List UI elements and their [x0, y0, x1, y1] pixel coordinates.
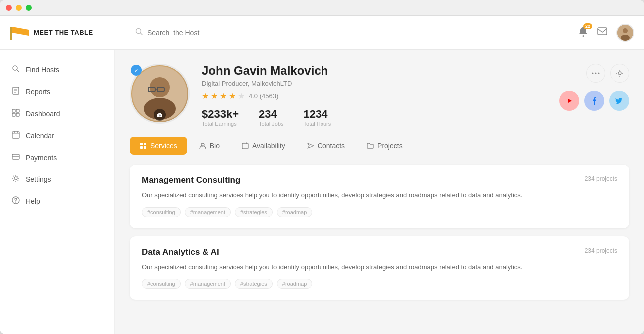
notification-badge: 22 [583, 23, 592, 29]
youtube-button[interactable] [559, 91, 579, 111]
svg-point-40 [618, 72, 621, 75]
svg-rect-0 [10, 27, 12, 40]
sidebar-label-settings: Settings [26, 175, 51, 183]
tab-services[interactable]: Services [130, 137, 187, 155]
svg-point-35 [159, 115, 161, 117]
action-buttons-row [586, 64, 629, 83]
tab-projects[interactable]: Projects [357, 137, 413, 155]
sidebar-item-payments[interactable]: Payments [0, 148, 114, 167]
title-bar [0, 0, 644, 16]
svg-rect-23 [12, 154, 19, 159]
sidebar-item-calendar[interactable]: Calendar [0, 126, 114, 146]
logo-icon [10, 26, 29, 40]
service-desc-1: Our specialized consulting services help… [142, 190, 617, 200]
profile-info: John Gavin Malkovich Digital Producer, M… [202, 64, 547, 127]
stat-jobs-value: 234 [259, 108, 284, 121]
service-projects-1: 234 projects [585, 175, 617, 182]
messages-button[interactable] [597, 27, 607, 38]
stat-earnings: $233k+ Total Earnings [202, 108, 239, 127]
logo-area: MEET THE TABLE [10, 26, 125, 40]
sidebar-label-reports: Reports [26, 88, 50, 96]
logo-text: MEET THE TABLE [34, 29, 93, 36]
stats-row: $233k+ Total Earnings 234 Total Jobs 123… [202, 108, 547, 127]
top-bar: MEET THE TABLE 22 [0, 16, 644, 50]
svg-rect-5 [598, 28, 607, 35]
svg-rect-15 [12, 109, 15, 112]
search-bar[interactable] [135, 28, 578, 37]
tab-contacts[interactable]: Contacts [297, 137, 355, 155]
service-tags-2: #consulting #management #strategies #roa… [142, 279, 617, 289]
svg-rect-16 [16, 109, 19, 112]
user-avatar[interactable] [616, 24, 634, 42]
svg-rect-17 [12, 113, 15, 116]
svg-rect-45 [140, 143, 143, 145]
tab-bio[interactable]: Bio [189, 137, 230, 155]
more-options-button[interactable] [586, 64, 605, 83]
verified-badge: ✓ [131, 65, 142, 76]
notifications-button[interactable]: 22 [578, 26, 588, 39]
sidebar-item-find-hosts[interactable]: Find Hosts [0, 60, 114, 80]
facebook-button[interactable] [584, 91, 604, 111]
svg-rect-46 [144, 143, 146, 145]
stat-earnings-value: $233k+ [202, 108, 239, 121]
sidebar: Find Hosts Reports Dashboard [0, 50, 115, 334]
stat-hours-value: 1234 [304, 108, 331, 121]
star-1: ★ [202, 91, 209, 101]
profile-name: John Gavin Malkovich [202, 64, 547, 78]
profile-header: ✓ John Gavin Malkovich Digital Producer,… [130, 64, 629, 127]
maximize-button[interactable] [26, 5, 32, 11]
tag-2-2: #management [185, 279, 231, 289]
sidebar-label-payments: Payments [26, 154, 57, 162]
star-3: ★ [220, 91, 227, 101]
tag-1-3: #strategies [235, 207, 273, 217]
svg-rect-50 [242, 143, 248, 149]
service-card-2: Data Analytics & AI 234 projects Our spe… [130, 236, 629, 300]
tag-1-4: #roadmap [277, 207, 313, 217]
svg-point-4 [583, 35, 584, 37]
sidebar-item-settings[interactable]: Settings [0, 169, 114, 189]
tag-2-3: #strategies [235, 279, 273, 289]
settings-profile-button[interactable] [610, 64, 629, 83]
service-title-1: Management Consulting [142, 175, 240, 185]
search-icon [12, 65, 20, 75]
svg-point-39 [598, 73, 600, 74]
tag-2-1: #consulting [142, 279, 181, 289]
sidebar-label-calendar: Calendar [26, 132, 54, 140]
close-button[interactable] [6, 5, 12, 11]
top-bar-right: 22 [578, 24, 634, 42]
svg-rect-48 [144, 146, 146, 149]
rating-value: 4.0 (4563) [249, 92, 278, 100]
tag-1-2: #management [185, 207, 231, 217]
svg-line-3 [141, 33, 143, 35]
service-desc-2: Our specialized consulting services help… [142, 262, 617, 272]
svg-point-38 [595, 73, 597, 74]
profile-avatar-wrapper: ✓ [130, 64, 190, 124]
svg-point-7 [623, 28, 628, 33]
camera-icon[interactable] [154, 109, 166, 121]
sidebar-item-reports[interactable]: Reports [0, 82, 114, 102]
svg-rect-18 [16, 113, 19, 116]
star-2: ★ [211, 91, 218, 101]
tag-2-4: #roadmap [277, 279, 313, 289]
stat-hours-label: Total Hours [304, 121, 331, 127]
stat-jobs: 234 Total Jobs [259, 108, 284, 127]
main-content: ✓ John Gavin Malkovich Digital Producer,… [115, 50, 644, 334]
stars-row: ★ ★ ★ ★ ★ 4.0 (4563) [202, 91, 547, 101]
svg-point-25 [14, 177, 17, 180]
payments-icon [12, 153, 20, 163]
sidebar-item-dashboard[interactable]: Dashboard [0, 104, 114, 124]
profile-actions [559, 64, 629, 111]
service-card-1: Management Consulting 234 projects Our s… [130, 165, 629, 228]
minimize-button[interactable] [16, 5, 22, 11]
header-divider [125, 24, 125, 42]
service-tags-1: #consulting #management #strategies #roa… [142, 207, 617, 217]
star-4: ★ [229, 91, 236, 101]
twitter-button[interactable] [609, 91, 629, 111]
search-icon [135, 28, 143, 37]
service-projects-2: 234 projects [585, 247, 617, 254]
tab-availability[interactable]: Availability [232, 137, 295, 155]
svg-rect-47 [140, 146, 143, 149]
search-input[interactable] [147, 29, 297, 37]
profile-title: Digital Producer, MalkovichLTD [202, 80, 547, 87]
sidebar-item-help[interactable]: Help [0, 191, 114, 211]
